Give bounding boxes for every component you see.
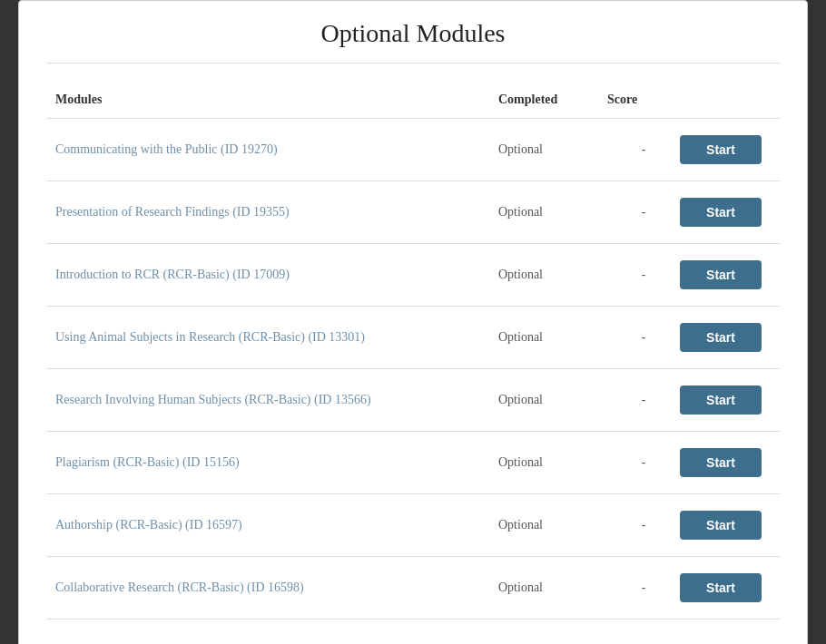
start-button-2[interactable]: Start xyxy=(680,198,762,227)
table-row: Plagiarism (RCR-Basic) (ID 15156)Optiona… xyxy=(46,431,780,493)
table-row: Introduction to RCR (RCR-Basic) (ID 1700… xyxy=(46,243,780,306)
module-name: Collaborative Research (RCR-Basic) (ID 1… xyxy=(55,581,498,595)
module-completed: Optional xyxy=(498,330,607,345)
start-button-4[interactable]: Start xyxy=(680,323,762,352)
module-name: Communicating with the Public (ID 19270) xyxy=(55,142,498,157)
module-score: - xyxy=(607,268,680,282)
table-row: Communicating with the Public (ID 19270)… xyxy=(46,118,780,181)
main-card: Optional Modules Modules Completed Score… xyxy=(18,0,808,644)
table-row: Using Animal Subjects in Research (RCR-B… xyxy=(46,306,780,368)
table-row: Collaborative Research (RCR-Basic) (ID 1… xyxy=(46,556,780,620)
start-button-5[interactable]: Start xyxy=(680,385,762,415)
table-row: Presentation of Research Findings (ID 19… xyxy=(46,181,780,243)
module-completed: Optional xyxy=(498,142,607,157)
header-completed: Completed xyxy=(498,93,607,107)
module-score: - xyxy=(607,330,680,345)
table-row: Authorship (RCR-Basic) (ID 16597)Optiona… xyxy=(46,493,780,556)
table-body: Communicating with the Public (ID 19270)… xyxy=(46,118,780,620)
start-button-6[interactable]: Start xyxy=(680,448,762,477)
module-score: - xyxy=(607,393,680,407)
start-button-7[interactable]: Start xyxy=(680,511,762,540)
module-completed: Optional xyxy=(498,455,607,470)
header-modules: Modules xyxy=(55,93,498,107)
module-completed: Optional xyxy=(498,581,607,595)
page-title: Optional Modules xyxy=(46,19,780,63)
module-score: - xyxy=(607,581,680,595)
start-button-3[interactable]: Start xyxy=(680,260,762,289)
module-name: Introduction to RCR (RCR-Basic) (ID 1700… xyxy=(55,268,498,282)
table-row: Research Involving Human Subjects (RCR-B… xyxy=(46,368,780,431)
module-score: - xyxy=(607,455,680,470)
module-completed: Optional xyxy=(498,268,607,282)
module-completed: Optional xyxy=(498,518,607,532)
header-score: Score xyxy=(607,93,680,107)
module-score: - xyxy=(607,518,680,532)
module-completed: Optional xyxy=(498,393,607,407)
module-name: Research Involving Human Subjects (RCR-B… xyxy=(55,393,498,407)
module-score: - xyxy=(607,205,680,220)
start-button-8[interactable]: Start xyxy=(680,573,762,602)
header-action xyxy=(680,93,771,107)
module-name: Authorship (RCR-Basic) (ID 16597) xyxy=(55,518,498,532)
module-name: Presentation of Research Findings (ID 19… xyxy=(55,205,498,220)
module-name: Plagiarism (RCR-Basic) (ID 15156) xyxy=(55,455,498,470)
table-header: Modules Completed Score xyxy=(46,85,780,114)
module-name: Using Animal Subjects in Research (RCR-B… xyxy=(55,330,498,345)
start-button-1[interactable]: Start xyxy=(680,135,762,164)
module-completed: Optional xyxy=(498,205,607,220)
module-score: - xyxy=(607,142,680,157)
